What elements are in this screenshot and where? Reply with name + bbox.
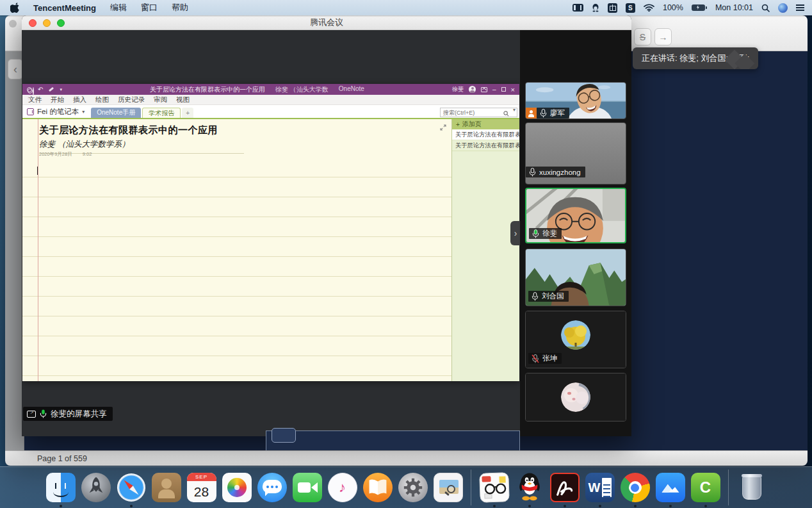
note-page[interactable]: 关于层论方法在有限群表示中的一个应用 徐斐 （汕头大学数学系） 2020年9月2… [22,119,451,381]
search-icon [503,108,509,119]
dock-chrome[interactable] [620,473,650,503]
participant-tile-liuheguo[interactable]: 刘合国 [525,249,626,306]
sidebar-collapse-chevron[interactable]: › [510,221,521,245]
participant-tile-6[interactable] [525,373,626,422]
strikethrough-tool-button[interactable]: S [634,28,651,45]
arrow-tool-button[interactable]: → [654,28,672,45]
dock-word[interactable]: W [585,473,615,503]
dock-finder[interactable] [45,473,76,503]
participant-tile-xuxingzhong[interactable]: xuxingzhong [525,122,626,184]
dock-qq[interactable] [514,473,544,503]
pen-icon[interactable] [49,87,54,92]
participant-tile-liaojun[interactable]: 廖军 [525,82,626,119]
section-tab-reports[interactable]: 学术报告 [142,108,181,118]
screen-share-icon [27,411,36,418]
add-page-button[interactable]: + 添加页 [452,119,519,129]
dock-trash[interactable] [736,473,767,503]
participant-tile-zhangkun[interactable]: 张坤 [525,311,626,368]
dock-tencent-meeting[interactable] [655,473,685,503]
input-method-icon[interactable] [608,3,617,13]
tab-history[interactable]: 历史记录 [118,95,145,104]
ribbon-display-icon[interactable] [481,87,487,92]
page-list-panel: + 添加页 关于层论方法在有限群表示中的一 关于层论方法在有限群表示中的应 [451,119,519,381]
background-window-tab[interactable] [272,428,296,443]
notification-center-icon[interactable] [796,4,804,11]
sogou-icon[interactable]: S [626,3,635,13]
tab-view[interactable]: 视图 [176,95,190,104]
dock-itunes[interactable]: ♪ [327,473,357,503]
onenote-minimize-icon[interactable]: – [492,86,496,93]
menu-edit[interactable]: 编辑 [110,2,127,13]
dock-safari[interactable] [116,473,146,503]
launchpad-icon [81,473,111,502]
dock-launchpad[interactable] [81,473,111,503]
onenote-restore-icon[interactable] [501,87,506,92]
member-badge-icon [526,108,537,119]
dock-contacts[interactable] [151,473,181,503]
wifi-icon[interactable] [644,4,654,12]
siri-icon[interactable] [778,3,788,13]
avatar[interactable] [469,86,476,93]
note-title-block: 关于层论方法在有限群表示中的一个应用 徐斐 （汕头大学数学系） [39,124,244,154]
participant-tile-xufei[interactable]: 徐斐 [525,188,626,243]
onenote-account: 徐斐 （汕头大学数 [275,85,329,94]
battery-icon[interactable] [692,4,707,11]
apple-menu-icon[interactable] [10,3,19,13]
dock-books[interactable] [362,473,393,503]
dock-preview[interactable] [433,473,463,503]
menu-clock[interactable]: Mon 10:01 [715,3,753,12]
tab-file[interactable]: 文件 [28,95,42,104]
dock-messages[interactable] [257,473,287,503]
spotlight-search-icon[interactable] [761,4,770,12]
battery-percent: 100% [663,3,683,12]
safari-icon [117,473,146,502]
undo-icon[interactable]: ↶ [38,86,43,93]
zoom-traffic-light[interactable] [57,19,65,27]
expand-page-icon[interactable] [440,122,446,133]
dock-divider [471,470,471,505]
pdf-status-bar: Page 1 of 559 [5,450,808,466]
menu-app-name[interactable]: TencentMeeting [33,3,96,13]
dock-pdf-expert[interactable] [479,473,509,503]
notebook-caret-icon[interactable]: ▾ [82,109,85,115]
dock-facetime[interactable] [292,473,322,503]
inactive-traffic-light[interactable] [9,20,17,28]
tencent-meeting-window: 腾讯会议 ↶ ▾ 关于层论方法在有限群表示中的一个应用 徐斐 （汕头大学数 On… [22,15,631,436]
calendar-icon: SEP 28 [187,473,216,502]
calendar-month: SEP [187,473,216,481]
tab-home[interactable]: 开始 [51,95,64,104]
tab-review[interactable]: 审阅 [154,95,167,104]
onenote-close-icon[interactable]: × [511,86,515,94]
page-indicator: Page 1 of 559 [37,454,87,463]
search-box[interactable]: ▾ [440,106,517,118]
menu-help[interactable]: 帮助 [172,2,188,13]
dock-system-preferences[interactable] [398,473,428,503]
desktop: { "menu_bar": { "app_name": "TencentMeet… [0,0,812,508]
screen-recorder-icon[interactable] [572,4,583,12]
minimize-traffic-light[interactable] [43,19,51,27]
notebook-name[interactable]: Fei 的笔记本 [37,107,79,117]
add-section-button[interactable]: + [182,108,193,118]
touch-mode-icon[interactable] [27,87,32,92]
onenote-app-name: OneNote [339,85,364,94]
mic-speaking-icon [532,229,539,238]
search-caret-icon[interactable]: ▾ [513,107,516,113]
note-title: 关于层论方法在有限群表示中的一个应用 [39,124,244,136]
note-author: 徐斐 （汕头大学数学系） [39,139,244,150]
dock-camtasia[interactable]: C [690,473,720,503]
page-item[interactable]: 关于层论方法在有限群表示中的应 [452,140,519,151]
back-button[interactable]: ‹ [8,59,23,79]
close-traffic-light[interactable] [29,19,37,27]
note-date: 2020年9月28日 [39,151,72,158]
menu-window[interactable]: 窗口 [141,2,158,13]
camera-off-background [526,373,626,421]
qq-status-icon[interactable] [592,3,599,12]
dock-calendar[interactable]: SEP 28 [186,473,216,503]
tab-insert[interactable]: 插入 [73,95,86,104]
page-item-selected[interactable]: 关于层论方法在有限群表示中的一 [452,129,519,140]
dock-photos[interactable] [222,473,252,503]
dock-acrobat[interactable] [549,473,580,503]
photos-icon [222,473,252,502]
section-tab-manual[interactable]: OneNote手册 [91,108,141,118]
tab-draw[interactable]: 绘图 [95,95,109,104]
